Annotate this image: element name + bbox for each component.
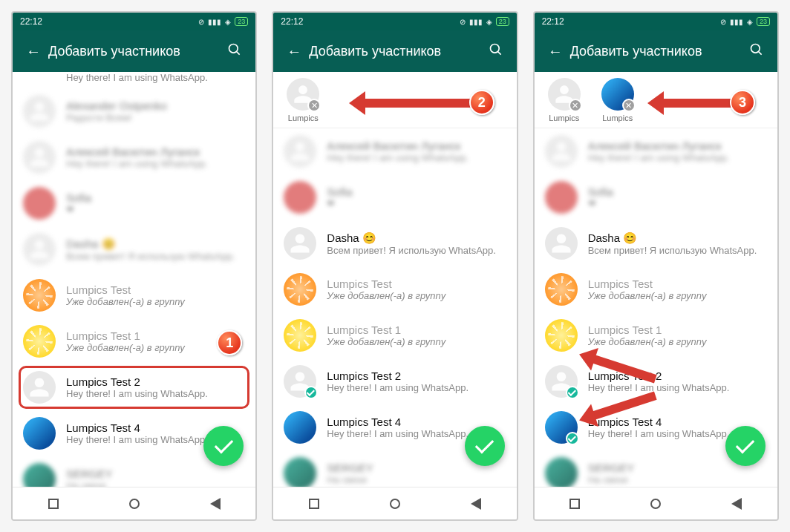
contact-avatar [23,279,56,312]
selected-avatar: ✕ [548,78,581,111]
back-button[interactable]: ← [541,43,570,60]
nav-home[interactable] [129,499,140,509]
search-button[interactable] [220,42,249,60]
contact-name: Lumpics Test 1 [588,324,767,336]
contact-row[interactable]: Алексей Васютин ЛуганскHey there! I am u… [273,128,516,174]
screen-2: 22:12 ⊘ ▮▮▮ ◈ 23 ← Добавить участников ✕… [272,11,518,521]
contact-text: Sofia❤ [327,185,506,209]
nav-home[interactable] [650,499,661,509]
search-button[interactable] [742,42,771,60]
svg-line-3 [497,52,500,55]
contact-status: ❤ [66,204,245,215]
remove-chip-icon[interactable]: ✕ [307,99,321,112]
status-time: 22:12 [281,16,303,27]
contact-status: Радости Всем! [66,112,245,123]
contact-row[interactable]: Dasha 😊Всем привет! Я использую WhatsApp… [273,220,516,266]
contact-row[interactable]: Алексей Васютин ЛуганскHey there! I am u… [13,134,255,180]
contact-avatar [545,411,578,444]
contact-row[interactable]: Dasha 😊Всем привет! Я использую WhatsApp… [13,226,255,272]
contact-avatar [545,319,578,352]
contact-name: Алексей Васютин Луганск [588,139,767,152]
nav-back[interactable] [731,498,742,510]
contact-status: Hey there! I am using WhatsApp. [327,382,506,393]
page-title: Добавить участников [309,44,480,59]
back-button[interactable]: ← [19,43,48,60]
nav-home[interactable] [390,499,400,509]
contact-name: Dasha 😊 [66,237,245,251]
selected-chip-lumpics[interactable]: ✕ Lumpics [543,78,585,125]
nav-back[interactable] [471,498,481,510]
checked-icon [566,386,579,399]
nav-bar [273,487,516,519]
status-time: 22:12 [542,16,564,27]
remove-chip-icon[interactable]: ✕ [569,99,582,112]
nav-recent[interactable] [309,499,319,509]
person-icon [550,140,572,162]
contact-avatar [284,319,316,352]
contact-avatar [545,181,578,214]
search-button[interactable] [481,42,511,60]
status-icons: ⊘ ▮▮▮ ◈ 23 [198,17,248,26]
contact-name: Алексей Васютин Луганск [327,139,506,152]
contact-text: Алексей Васютин ЛуганскHey there! I am u… [588,139,767,163]
contact-row[interactable]: Dasha 😊Всем привет! Я использую WhatsApp… [535,220,777,266]
contact-name: Lumpics Test [327,278,506,290]
contact-avatar [23,95,56,128]
search-icon [489,42,503,57]
page-title: Добавить участников [570,44,742,59]
confirm-fab[interactable] [203,426,244,466]
contact-name: Lumpics Test 2 [588,370,767,382]
screen-3: 22:12 ⊘ ▮▮▮ ◈ 23 ← Добавить участников ✕… [533,11,779,521]
contact-status: Уже добавлен(-а) в группу [327,290,506,301]
step-badge-2: 2 [469,90,494,115]
app-bar: ← Добавить участников [535,30,777,72]
confirm-fab[interactable] [725,426,765,466]
back-button[interactable]: ← [279,43,309,60]
contact-avatar [23,141,56,174]
confirm-fab[interactable] [465,426,505,466]
contact-status: Уже добавлен(-а) в группу [66,296,245,307]
contact-row[interactable]: Алексей Васютин ЛуганскHey there! I am u… [535,128,777,174]
nav-recent[interactable] [569,499,580,509]
contact-text: Lumpics Test 2Hey there! I am using What… [588,370,767,393]
signal-icon: ▮▮▮ [469,18,483,26]
contact-name: Lumpics Test [66,283,245,296]
contact-text: Алексей Васютин ЛуганскHey there! I am u… [66,145,245,169]
contact-name: Dasha 😊 [327,231,506,245]
contact-row[interactable]: Lumpics Test 2Hey there! I am using What… [273,358,516,404]
contact-row[interactable]: Sofia❤ [535,174,777,220]
contact-row[interactable]: Lumpics Test 2Hey there! I am using What… [13,364,255,410]
selected-chip-lumpics-2[interactable]: ✕ Lumpics [597,78,639,125]
contact-status: На связи [588,474,767,485]
wifi-icon: ◈ [225,18,231,26]
battery-icon: 23 [496,17,509,26]
app-bar: ← Добавить участников [13,30,255,72]
selected-avatar: ✕ [287,78,319,111]
signal-icon: ▮▮▮ [208,18,221,26]
step-badge-3: 3 [730,90,755,115]
selected-chip-lumpics[interactable]: ✕ Lumpics [282,78,324,125]
annotation-arrow-top [661,99,735,108]
contact-text: Lumpics Test 2Hey there! I am using What… [327,370,506,393]
contact-name: Sofia [66,191,245,204]
contact-row[interactable]: Alexander OstpenkoРадости Всем! [13,88,255,134]
contact-row[interactable]: Sofia❤ [13,180,255,226]
contact-status: На связи [327,474,506,485]
contact-text: Алексей Васютин ЛуганскHey there! I am u… [327,139,506,163]
selected-label: Lumpics [602,114,633,122]
contact-text: Sofia❤ [66,191,245,215]
nav-back[interactable] [210,498,221,510]
contact-status: Всем привет! Я использую WhatsApp. [588,245,767,256]
wifi-icon: ◈ [747,18,753,26]
contact-row[interactable]: Sofia❤ [273,174,516,220]
contact-text: Dasha 😊Всем привет! Я использую WhatsApp… [66,237,245,262]
remove-chip-icon[interactable]: ✕ [622,99,636,112]
partial-top-row: Hey there! I am using WhatsApp. [13,72,255,88]
contact-text: SERGEYНа связи [66,467,245,487]
screen-1: 22:12 ⊘ ▮▮▮ ◈ 23 ← Добавить участников H… [11,11,257,521]
contact-avatar [284,411,316,444]
nav-recent[interactable] [48,499,59,509]
contact-status: Hey there! I am using WhatsApp. [66,158,245,169]
dnd-icon: ⊘ [460,18,466,26]
status-icons: ⊘ ▮▮▮ ◈ 23 [720,17,770,26]
